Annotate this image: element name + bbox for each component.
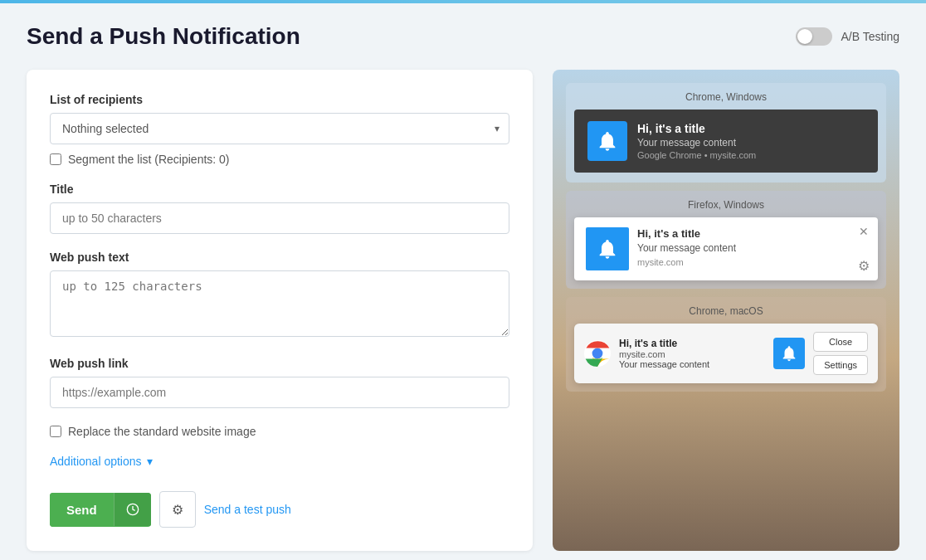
chrome-macos-notification-title: Hi, it's a title (619, 338, 765, 349)
page-container: Send a Push Notification A/B Testing Lis… (0, 3, 926, 560)
page-title: Send a Push Notification (27, 23, 300, 50)
segment-label-text: Segment the list (Recipients: 0) (68, 153, 230, 166)
segment-checkbox-label[interactable]: Segment the list (Recipients: 0) (50, 153, 509, 166)
web-push-link-input[interactable] (50, 377, 509, 408)
preview-content: Chrome, Windows Hi, it's a title Your me… (553, 70, 899, 405)
recipients-select[interactable]: Nothing selected (50, 113, 509, 144)
chrome-windows-notification-title: Hi, it's a title (637, 122, 865, 135)
firefox-windows-notification-content: Hi, it's a title Your message content my… (637, 227, 866, 267)
replace-image-checkbox[interactable] (50, 426, 61, 437)
chrome-macos-notification-source: mysite.com (619, 349, 765, 359)
firefox-windows-bell-icon (586, 227, 629, 270)
page-header: Send a Push Notification A/B Testing (27, 23, 899, 50)
replace-image-checkbox-label[interactable]: Replace the standard website image (50, 425, 509, 438)
send-button[interactable]: Send (50, 493, 114, 527)
web-push-text-input[interactable] (50, 270, 509, 337)
chrome-windows-notification-body: Your message content (637, 137, 865, 149)
chrome-logo-icon (584, 340, 611, 367)
chrome-macos-settings-button[interactable]: Settings (813, 355, 868, 375)
actions-row: Send ⚙ Send a test push (50, 491, 509, 528)
chevron-down-icon: ▾ (147, 455, 153, 468)
send-test-push-link[interactable]: Send a test push (204, 503, 291, 516)
chrome-macos-close-button[interactable]: Close (813, 332, 868, 352)
ab-testing-label: A/B Testing (841, 30, 899, 43)
segment-checkbox[interactable] (50, 153, 61, 165)
title-label: Title (50, 183, 509, 196)
chrome-macos-bell-icon (773, 338, 805, 369)
chrome-windows-notification: Hi, it's a title Your message content Go… (574, 110, 878, 173)
web-push-text-label: Web push text (50, 251, 509, 264)
recipients-group: List of recipients Nothing selected ▾ Se… (50, 93, 509, 166)
chrome-windows-label: Chrome, Windows (574, 91, 878, 103)
svg-point-3 (593, 349, 602, 358)
recipients-select-wrapper: Nothing selected ▾ (50, 113, 509, 144)
firefox-windows-notification-title: Hi, it's a title (637, 227, 866, 240)
replace-image-label-text: Replace the standard website image (68, 425, 256, 438)
form-card: List of recipients Nothing selected ▾ Se… (27, 70, 533, 551)
send-button-group: Send (50, 493, 151, 527)
chrome-windows-notification-source: Google Chrome • mysite.com (637, 150, 865, 160)
firefox-windows-notification-source: mysite.com (637, 257, 866, 267)
firefox-windows-notification: Hi, it's a title Your message content my… (574, 217, 878, 280)
recipients-label: List of recipients (50, 93, 509, 106)
chrome-macos-section: Chrome, macOS Hi, it's a title (566, 297, 886, 392)
web-push-link-label: Web push link (50, 357, 509, 370)
replace-image-group: Replace the standard website image (50, 425, 509, 438)
web-push-text-group: Web push text (50, 251, 509, 340)
title-input[interactable] (50, 202, 509, 234)
firefox-windows-section: Firefox, Windows Hi, it's a title Your m… (566, 191, 886, 289)
firefox-windows-label: Firefox, Windows (574, 199, 878, 211)
ab-testing-switch[interactable] (796, 27, 832, 46)
preview-panel: Chrome, Windows Hi, it's a title Your me… (553, 70, 899, 551)
firefox-settings-gear-icon[interactable]: ⚙ (858, 258, 870, 274)
chrome-windows-notification-content: Hi, it's a title Your message content Go… (637, 122, 865, 160)
main-content: List of recipients Nothing selected ▾ Se… (27, 70, 899, 551)
send-clock-icon[interactable] (114, 493, 151, 526)
chrome-macos-notification-content: Hi, it's a title mysite.com Your message… (619, 338, 765, 369)
additional-options-link[interactable]: Additional options ▾ (50, 455, 509, 468)
chrome-macos-label: Chrome, macOS (574, 305, 878, 317)
firefox-windows-notification-body: Your message content (637, 242, 866, 254)
web-push-link-group: Web push link (50, 357, 509, 408)
chrome-windows-bell-icon (587, 121, 627, 161)
chrome-macos-notification: Hi, it's a title mysite.com Your message… (574, 324, 878, 383)
firefox-close-icon[interactable]: ✕ (856, 224, 871, 239)
chrome-macos-action-buttons: Close Settings (813, 332, 868, 375)
ab-testing-toggle-group: A/B Testing (796, 27, 899, 46)
title-group: Title (50, 183, 509, 234)
chrome-macos-notification-body: Your message content (619, 359, 765, 369)
gear-icon: ⚙ (172, 502, 183, 518)
settings-button[interactable]: ⚙ (159, 491, 196, 528)
additional-options-label: Additional options (50, 455, 142, 468)
chrome-windows-section: Chrome, Windows Hi, it's a title Your me… (566, 83, 886, 183)
